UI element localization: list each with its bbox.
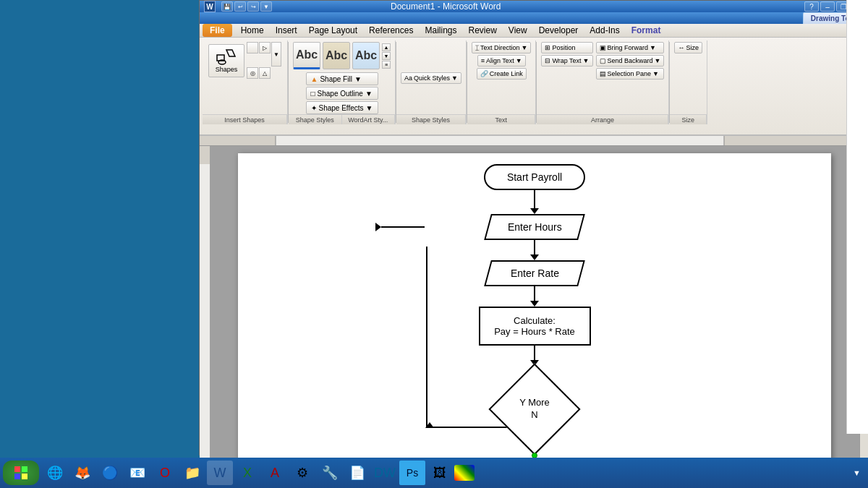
help-button[interactable]: ? (804, 1, 819, 12)
wrap-text-button[interactable]: ⊟ Wrap Text ▼ (541, 55, 592, 67)
word-icon: W (204, 1, 216, 12)
taskbar-outlook[interactable]: 📧 (124, 461, 150, 485)
shape-fill-button[interactable]: ▲ Shape Fill ▼ (306, 72, 378, 85)
align-dropdown[interactable]: ▼ (516, 57, 522, 64)
redo-icon[interactable]: ↪ (247, 1, 259, 12)
shape-dropdown[interactable]: ▼ (271, 42, 281, 67)
menu-file[interactable]: File (203, 24, 232, 37)
start-payroll-terminal: Start Payroll (484, 164, 585, 190)
create-link-button[interactable]: 🔗 Create Link (477, 68, 527, 80)
shape-option-2[interactable]: ▷ (259, 42, 271, 53)
taskbar-firefox[interactable]: 🦊 (69, 461, 95, 485)
quick-styles-label-bar: Shape Styles (396, 114, 466, 124)
shape-option-3[interactable]: ◎ (247, 67, 258, 79)
decision-row: Y More N (318, 366, 752, 453)
qs-dropdown[interactable]: ▼ (451, 74, 458, 82)
align-text-button[interactable]: ≡ Align Text ▼ (477, 55, 526, 67)
decision-n-label: N (519, 409, 550, 421)
menu-developer[interactable]: Developer (533, 24, 584, 37)
enter-hours-shape: Enter Hours (488, 214, 582, 240)
taskbar-icons: 🌐 🦊 🔵 📧 O 📁 W X A ⚙ 🔧 📄 DW Ps 🖼 (42, 461, 853, 485)
taskbar-chrome[interactable]: 🔵 (97, 461, 123, 485)
save-icon[interactable]: 💾 (221, 1, 233, 12)
taskbar-tool2[interactable]: 🔧 (317, 461, 343, 485)
style-more[interactable]: ≡ (382, 61, 391, 69)
taskbar-dw[interactable]: DW (372, 461, 398, 485)
style-btn-1[interactable]: Abc (293, 42, 320, 69)
text-dir-dropdown[interactable]: ▼ (521, 44, 527, 51)
menu-add-ins[interactable]: Add-Ins (584, 24, 625, 37)
effects-dropdown[interactable]: ▼ (366, 104, 373, 112)
menu-view[interactable]: View (503, 24, 533, 37)
style-scroll-up[interactable]: ▲ (382, 43, 391, 51)
quick-styles-btns: Aa Quick Styles ▼ (401, 72, 461, 84)
shape-outline-label: Shape Outline (318, 90, 363, 98)
bring-forward-button[interactable]: ▣ Bring Forward ▼ (596, 42, 665, 53)
taskbar-misc[interactable]: 🖼 (427, 461, 453, 485)
taskbar-explorer[interactable]: 📁 (179, 461, 205, 485)
connector-4 (534, 346, 535, 360)
style-scroll-down[interactable]: ▼ (382, 52, 391, 60)
doc-scroll-area[interactable]: Start Payroll (210, 146, 859, 488)
bring-forward-dropdown[interactable]: ▼ (650, 44, 656, 51)
text-direction-label: Text Direction (480, 44, 520, 51)
bring-forward-icon: ▣ (600, 44, 606, 51)
shape-option-1[interactable] (247, 42, 258, 53)
menu-insert[interactable]: Insert (270, 24, 303, 37)
minimize-button[interactable]: – (820, 1, 835, 12)
taskbar-ie[interactable]: 🌐 (42, 461, 68, 485)
shape-option-4[interactable]: △ (259, 67, 271, 79)
menu-format[interactable]: Format (626, 24, 667, 37)
fill-dropdown[interactable]: ▼ (354, 75, 362, 83)
decision-text: Y More N (519, 397, 550, 421)
menu-home[interactable]: Home (235, 24, 270, 37)
svg-rect-4 (276, 136, 724, 146)
text-direction-button[interactable]: ⌶ Text Direction ▼ (472, 42, 531, 53)
outline-icon: □ (311, 90, 315, 98)
start-button[interactable] (3, 461, 39, 485)
menu-bar: File Home Insert Page Layout References … (200, 24, 868, 38)
position-button[interactable]: ⊞ Position (541, 42, 592, 53)
style-btn-2[interactable]: Abc (323, 42, 350, 69)
position-wrap: ⊞ Position ⊟ Wrap Text ▼ (541, 42, 592, 67)
menu-page-layout[interactable]: Page Layout (303, 24, 363, 37)
taskbar-opera[interactable]: O (152, 461, 178, 485)
style-btn-3[interactable]: Abc (352, 42, 380, 69)
send-backward-button[interactable]: ▢ Send Backward ▼ (596, 55, 665, 67)
size-icon: ↔ (678, 44, 684, 51)
text-label-bar: Text (467, 114, 535, 124)
wrap-dropdown[interactable]: ▼ (583, 57, 590, 64)
taskbar-excel[interactable]: X (234, 461, 260, 485)
quick-styles-button[interactable]: Aa Quick Styles ▼ (401, 72, 461, 84)
shapes-label: Shapes (216, 66, 238, 73)
taskbar-pdf[interactable]: 📄 (344, 461, 370, 485)
enter-rate-label: Enter Rate (511, 267, 559, 279)
shape-effects-button[interactable]: ✦ Shape Effects ▼ (306, 101, 378, 114)
taskbar-word[interactable]: W (207, 461, 233, 485)
wrap-icon: ⊟ (545, 57, 550, 64)
customize-icon[interactable]: ▼ (260, 1, 272, 12)
shape-outline-button[interactable]: □ Shape Outline ▼ (306, 87, 378, 100)
outline-dropdown[interactable]: ▼ (365, 90, 373, 98)
shape-format-btns: ▲ Shape Fill ▼ □ Shape Outline ▼ ✦ Shape… (306, 72, 378, 114)
selection-pane-button[interactable]: ▤ Selection Pane ▼ (596, 68, 665, 80)
menu-review[interactable]: Review (462, 24, 502, 37)
decision-shape: Y More N (491, 366, 578, 453)
text-tab-label: Text (467, 115, 535, 124)
insert-shapes-group: Shapes ▷ ▼ ◎ △ I (203, 40, 288, 124)
send-backward-dropdown[interactable]: ▼ (655, 57, 661, 64)
menu-references[interactable]: References (363, 24, 419, 37)
taskbar-ps[interactable]: Ps (399, 461, 425, 485)
undo-icon[interactable]: ↩ (234, 1, 246, 12)
menu-mailings[interactable]: Mailings (419, 24, 462, 37)
arrow-right-icon (375, 223, 381, 231)
taskbar-color[interactable] (454, 465, 475, 481)
shapes-button[interactable]: Shapes (208, 44, 244, 77)
ruler-vertical (200, 146, 210, 488)
taskbar-access[interactable]: A (262, 461, 288, 485)
size-button[interactable]: ↔ Size (674, 42, 702, 53)
taskbar-tool1[interactable]: ⚙ (289, 461, 315, 485)
sel-pane-dropdown[interactable]: ▼ (652, 70, 659, 77)
size-controls: ↔ Size (674, 42, 702, 53)
effects-icon: ✦ (311, 104, 317, 112)
